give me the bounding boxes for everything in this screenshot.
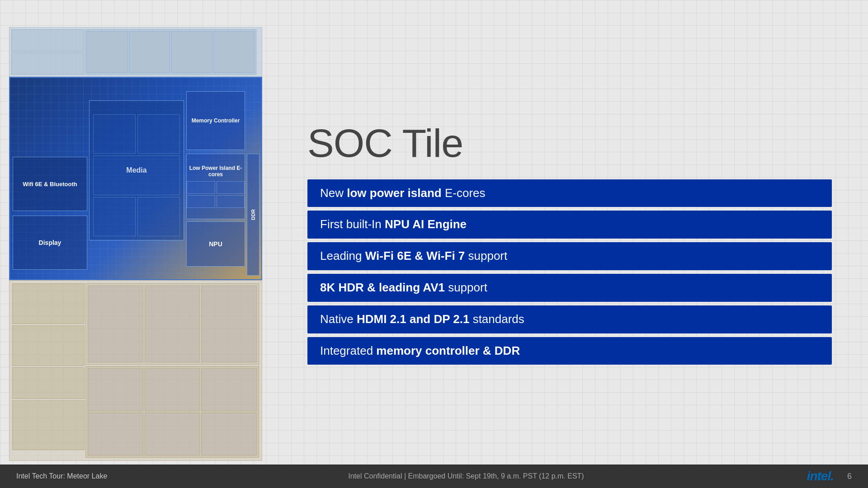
feature-2-normal-start: First built-In bbox=[320, 217, 385, 231]
footer-right: intel. 6 bbox=[807, 469, 852, 483]
page-number: 6 bbox=[847, 472, 852, 481]
feature-6-bold: memory controller & DDR bbox=[376, 344, 520, 357]
feature-1-normal-start: New bbox=[320, 186, 347, 200]
bottom-bar: Intel Tech Tour: Meteor Lake Intel Confi… bbox=[0, 465, 868, 488]
chip-block-wifi: Wifi 6E & Bluetooth bbox=[13, 157, 87, 211]
top-tile-2 bbox=[11, 52, 84, 75]
intel-logo: intel. bbox=[807, 469, 834, 483]
chip-block-media: Media bbox=[89, 100, 184, 240]
feature-item-3: Leading Wi-Fi 6E & Wi-Fi 7 support bbox=[307, 242, 832, 270]
feature-4-bold: 8K HDR & leading AV1 bbox=[320, 281, 445, 294]
feature-item-1: New low power island E-cores bbox=[307, 179, 832, 207]
chip-block-display: Display bbox=[13, 216, 87, 270]
feature-item-4: 8K HDR & leading AV1 support bbox=[307, 274, 832, 302]
feature-3-normal-end: support bbox=[465, 249, 507, 263]
right-panel: SOC Tile New low power island E-cores Fi… bbox=[271, 0, 868, 488]
footer-left: Intel Tech Tour: Meteor Lake bbox=[16, 472, 107, 480]
feature-1-normal-end: E-cores bbox=[442, 186, 486, 200]
top-tiles bbox=[9, 27, 262, 77]
feature-item-6: Integrated memory controller & DDR bbox=[307, 337, 832, 365]
chip-block-memory-controller: Memory Controller bbox=[186, 91, 245, 150]
feature-item-5: Native HDMI 2.1 and DP 2.1 standards bbox=[307, 305, 832, 333]
feature-5-bold: HDMI 2.1 and DP 2.1 bbox=[357, 312, 470, 326]
feature-6-normal-start: Integrated bbox=[320, 344, 376, 357]
chip-main: Media Memory Controller bbox=[9, 77, 262, 280]
feature-5-normal-start: Native bbox=[320, 312, 357, 326]
feature-5-normal-end: standards bbox=[469, 312, 524, 326]
top-tile-3 bbox=[85, 29, 256, 75]
chip-block-npu: NPU bbox=[186, 221, 245, 267]
feature-list: New low power island E-cores First built… bbox=[307, 179, 832, 365]
top-tile-1 bbox=[11, 29, 84, 52]
feature-item-2: First built-In NPU AI Engine bbox=[307, 211, 832, 239]
chip-block-ddr: DDR bbox=[247, 154, 259, 276]
feature-3-bold: Wi-Fi 6E & Wi-Fi 7 bbox=[365, 249, 465, 263]
chip-block-low-power-island: Low Power Island E-cores bbox=[186, 154, 245, 219]
feature-2-bold: NPU AI Engine bbox=[385, 217, 467, 231]
feature-3-normal-start: Leading bbox=[320, 249, 365, 263]
chip-diagram-wrapper: Media Memory Controller bbox=[9, 27, 262, 461]
chip-diagram-panel: Media Memory Controller bbox=[0, 0, 271, 488]
slide-title: SOC Tile bbox=[307, 123, 832, 163]
feature-1-bold: low power island bbox=[347, 186, 441, 200]
bottom-tiles bbox=[9, 280, 262, 461]
feature-4-normal-end: support bbox=[445, 281, 487, 294]
main-content: Media Memory Controller bbox=[0, 0, 868, 488]
footer-center: Intel Confidential | Embargoed Until: Se… bbox=[125, 472, 807, 480]
